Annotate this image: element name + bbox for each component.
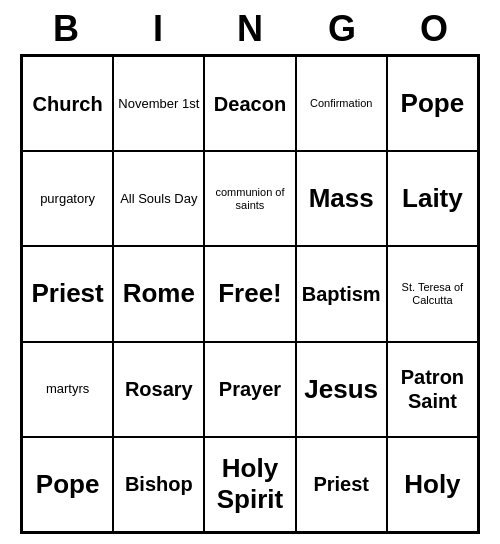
cell-r0-c3: Confirmation	[296, 56, 387, 151]
bingo-letter: G	[296, 8, 388, 50]
cell-r4-c0: Pope	[22, 437, 113, 532]
cell-r0-c1: November 1st	[113, 56, 204, 151]
cell-r0-c4: Pope	[387, 56, 478, 151]
bingo-letter: N	[204, 8, 296, 50]
cell-r2-c3: Baptism	[296, 246, 387, 341]
cell-r3-c0: martyrs	[22, 342, 113, 437]
bingo-grid: ChurchNovember 1stDeaconConfirmationPope…	[20, 54, 480, 534]
bingo-letter: B	[20, 8, 112, 50]
cell-r1-c2: communion of saints	[204, 151, 295, 246]
cell-r4-c2: Holy Spirit	[204, 437, 295, 532]
bingo-letter: O	[388, 8, 480, 50]
bingo-header: BINGO	[20, 0, 480, 54]
cell-r1-c1: All Souls Day	[113, 151, 204, 246]
cell-r3-c2: Prayer	[204, 342, 295, 437]
cell-r0-c0: Church	[22, 56, 113, 151]
cell-r4-c4: Holy	[387, 437, 478, 532]
cell-r2-c2: Free!	[204, 246, 295, 341]
cell-r1-c4: Laity	[387, 151, 478, 246]
cell-r2-c4: St. Teresa of Calcutta	[387, 246, 478, 341]
bingo-letter: I	[112, 8, 204, 50]
cell-r2-c0: Priest	[22, 246, 113, 341]
cell-r3-c1: Rosary	[113, 342, 204, 437]
cell-r3-c3: Jesus	[296, 342, 387, 437]
cell-r1-c0: purgatory	[22, 151, 113, 246]
cell-r3-c4: Patron Saint	[387, 342, 478, 437]
cell-r4-c1: Bishop	[113, 437, 204, 532]
cell-r0-c2: Deacon	[204, 56, 295, 151]
cell-r2-c1: Rome	[113, 246, 204, 341]
cell-r4-c3: Priest	[296, 437, 387, 532]
cell-r1-c3: Mass	[296, 151, 387, 246]
